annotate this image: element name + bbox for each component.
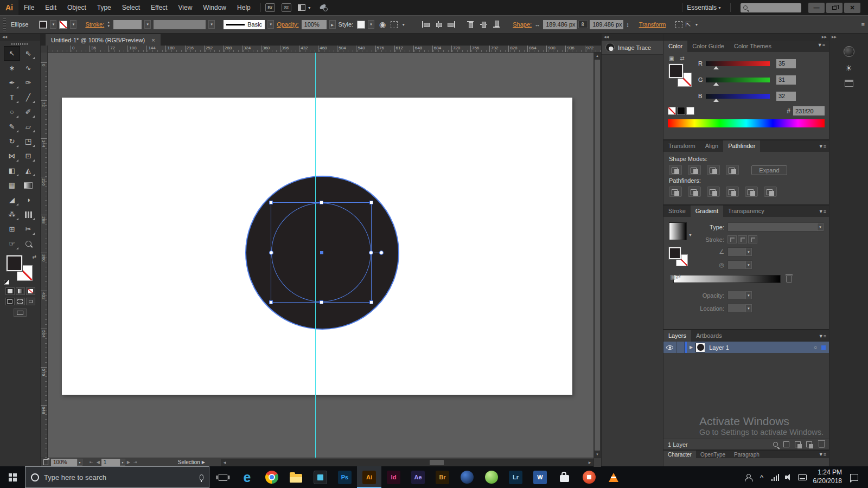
scroll-down-icon[interactable]: ▼ [593,451,601,458]
scroll-up-icon[interactable]: ▲ [593,53,601,59]
selection-tool[interactable]: ↖ [4,46,20,61]
stroke-color-swatch[interactable] [59,21,67,29]
flyout-icon[interactable] [43,459,48,465]
scroll-right-icon[interactable]: ▶ [586,459,593,466]
reverse-gradient-icon[interactable]: ▣⇄ [670,273,681,280]
minus-back-button[interactable] [764,187,777,197]
opacity-field[interactable]: 100% [302,20,327,29]
menu-item[interactable]: File [18,0,40,15]
toolbar-grip[interactable] [4,42,36,46]
restore-button[interactable] [826,3,843,13]
stop-location-dropdown[interactable]: ▼ [727,304,752,313]
hex-value-field[interactable]: 231f20 [793,106,825,115]
free-transform-tool[interactable]: ⊡ [20,149,36,163]
expand-button[interactable]: Expand [751,165,787,175]
brush-definition-dropdown[interactable]: Basic [224,20,265,29]
scrollbar-thumb[interactable] [430,460,444,465]
align-bottom-icon[interactable] [492,20,502,29]
lasso-tool[interactable]: ∿ [20,61,36,75]
slider-thumb[interactable] [713,66,719,69]
bridge-button[interactable]: Br [265,3,275,12]
chevron-down-icon[interactable]: ▼ [401,23,405,27]
gradient-thumbnail[interactable] [669,222,687,240]
stroke-weight-label[interactable]: Stroke: [85,21,104,28]
artboard-dropdown[interactable]: ▼ [120,459,125,466]
intersect-button[interactable] [707,165,720,175]
expand-panels-icon[interactable]: ▶▶ [829,34,868,41]
canvas[interactable]: 072144216288360432504576648 ▲ [41,53,601,458]
draw-behind-button[interactable] [16,298,25,305]
eraser-tool[interactable]: ▱ [20,119,36,134]
first-artboard-icon[interactable]: ⇤ [88,460,95,465]
red-app-button[interactable] [577,466,601,488]
fill-dropdown[interactable]: ▼ [50,20,56,29]
volume-button[interactable] [782,466,796,488]
transform-label[interactable]: Transform [639,21,666,28]
symbol-sprayer-tool[interactable]: ⁂ [4,207,20,222]
tab-color[interactable]: Color [663,41,687,52]
shaper-tool[interactable]: ✎ [4,119,20,134]
tab-stroke[interactable]: Stroke [663,206,691,217]
divide-button[interactable] [669,187,682,197]
opacity-label[interactable]: Opacity: [277,21,298,28]
menu-item[interactable]: Select [117,0,145,15]
shape-builder-tool[interactable]: ◧ [4,163,20,178]
selection-handle[interactable] [369,201,373,204]
stroke-across-button[interactable] [748,235,757,243]
control-bar-menu-icon[interactable]: ≡ [861,21,865,28]
tab-opentype[interactable]: OpenType [696,451,730,458]
stroke-along-button[interactable] [738,235,747,243]
chevron-down-icon[interactable]: ▼ [718,6,722,10]
close-tab-icon[interactable]: × [151,37,155,43]
menu-item[interactable]: Help [232,0,256,15]
select-similar-icon[interactable]: ⇱ [685,21,691,28]
selection-indicator[interactable] [821,345,826,350]
layers-empty-area[interactable]: Activate Windows Go to Settings to activ… [663,353,829,439]
rotate-tool[interactable]: ↻ [4,134,20,149]
black-swatch[interactable] [677,107,685,115]
align-middle-icon[interactable] [478,20,489,29]
align-right-icon[interactable] [446,20,457,29]
anchor-point[interactable] [269,251,273,255]
tab-character[interactable]: Character [663,451,696,458]
fill-proxy-swatch[interactable] [669,247,681,259]
zoom-tool[interactable] [20,236,36,251]
selection-handle[interactable] [369,300,373,304]
delete-layer-icon[interactable] [819,441,825,448]
blue-slider[interactable] [706,94,770,99]
new-layer-icon[interactable] [806,441,812,447]
center-point[interactable] [320,251,323,254]
angle-dropdown[interactable]: ▼ [727,247,752,256]
touch-keyboard-button[interactable] [796,466,809,488]
stroke-weight-dropdown[interactable]: ▼ [144,20,151,29]
slider-thumb[interactable] [713,82,719,86]
layer-thumbnail[interactable] [695,343,705,352]
link-dimensions-icon[interactable]: ∞ [578,21,588,28]
isolate-selected-icon[interactable] [675,21,682,28]
zoom-dropdown[interactable]: ▼ [77,459,82,466]
direct-selection-tool[interactable]: ⇖ [20,46,36,61]
tab-layers[interactable]: Layers [663,330,691,342]
status-menu-icon[interactable]: ▶ [200,460,207,465]
minimize-button[interactable]: — [808,3,825,13]
green-app-button[interactable] [479,466,503,488]
collapse-dock-icon[interactable]: ▶▶ [663,34,829,41]
panel-menu-icon[interactable]: ▼≡ [819,452,829,457]
tab-color-themes[interactable]: Color Themes [729,41,776,52]
tab-artboards[interactable]: Artboards [691,330,727,342]
hand-tool[interactable]: ☞ [4,236,20,251]
pie-widget-handle[interactable] [379,251,384,255]
appearance-panel-icon[interactable]: ☀ [845,63,852,73]
none-swatch[interactable] [668,107,676,115]
arrange-documents-icon[interactable] [298,4,305,11]
word-button[interactable]: W [528,466,552,488]
horizontal-scrollbar[interactable]: ◀ ▶ [221,459,593,466]
type-tool[interactable]: T [4,90,20,105]
collapse-dock-icon[interactable]: ◀◀ [602,34,663,41]
indesign-button[interactable]: Id [381,466,406,488]
fill-color-swatch[interactable] [39,21,47,29]
search-input[interactable] [741,3,801,12]
screen-mode-button[interactable] [14,309,27,317]
chrome-button[interactable] [259,466,284,488]
clock[interactable]: 1:24 PM 6/20/2018 [809,468,846,485]
